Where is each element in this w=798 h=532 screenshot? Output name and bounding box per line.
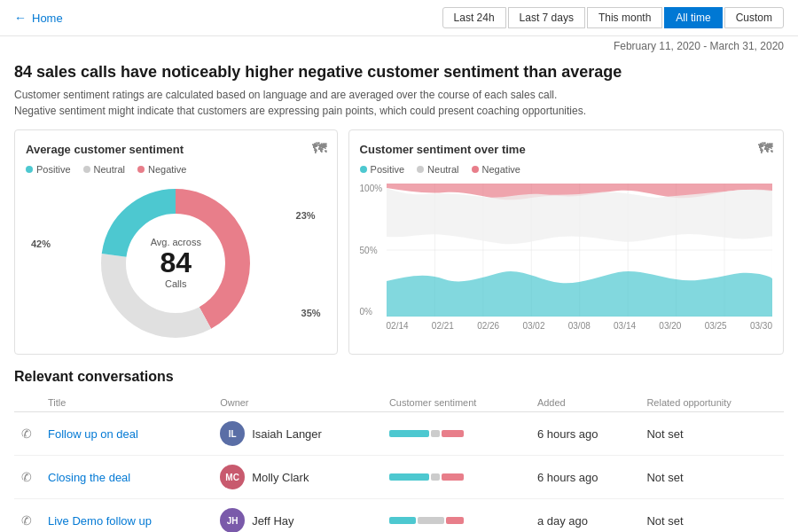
x-0214: 02/14 <box>387 321 409 331</box>
back-label: Home <box>32 12 63 25</box>
negative-pct: 42% <box>31 239 51 249</box>
call-icon-cell: ✆ <box>14 499 41 533</box>
area-legend-negative: Negative <box>472 164 520 175</box>
positive-pct: 23% <box>296 210 316 221</box>
area-neutral-dot <box>417 166 424 173</box>
conv-sentiment <box>382 499 530 533</box>
conv-title[interactable]: Follow up on deal <box>41 412 213 456</box>
owner-name: Isaiah Langer <box>252 427 322 441</box>
owner-avatar: JH <box>220 508 245 532</box>
conv-opportunity: Not set <box>639 499 784 533</box>
conv-added: 6 hours ago <box>530 412 640 456</box>
col-owner: Owner <box>213 394 382 412</box>
sentiment-segment <box>442 430 464 437</box>
conv-title[interactable]: Live Demo follow up <box>41 499 213 533</box>
x-0221: 02/21 <box>432 321 454 331</box>
call-icon-cell: ✆ <box>14 412 41 456</box>
call-icon-cell: ✆ <box>14 456 41 499</box>
time-filters: Last 24h Last 7 days This month All time… <box>442 7 784 28</box>
neutral-label: Neutral <box>94 164 125 175</box>
back-nav[interactable]: ← Home <box>14 11 63 25</box>
table-header: Title Owner Customer sentiment Added Rel… <box>14 394 784 412</box>
area-legend-positive: Positive <box>360 164 405 175</box>
conv-added: a day ago <box>530 499 640 533</box>
area-svg <box>387 184 772 317</box>
sentiment-segment <box>431 473 440 481</box>
sentiment-segment <box>389 430 429 437</box>
conv-added: 6 hours ago <box>530 456 640 499</box>
owner-avatar: MC <box>220 465 245 489</box>
phone-icon: ✆ <box>21 470 32 484</box>
donut-legend: Positive Neutral Negative <box>26 164 326 175</box>
sentiment-bar <box>389 513 523 528</box>
date-range: February 11, 2020 - March 31, 2020 <box>0 36 798 56</box>
donut-center-text: Avg. across 84 Calls <box>151 237 201 289</box>
sentiment-bar <box>389 470 523 484</box>
owner-name: Molly Clark <box>252 471 309 484</box>
area-neutral-label: Neutral <box>427 164 458 175</box>
positive-dot <box>26 166 33 173</box>
conv-opportunity: Not set <box>639 456 784 499</box>
conv-owner: JHJeff Hay <box>213 499 382 533</box>
x-0325: 03/25 <box>705 321 727 331</box>
page-title: 84 sales calls have noticeably higher ne… <box>14 63 784 82</box>
conv-sentiment <box>382 456 530 499</box>
x-0320: 03/20 <box>659 321 681 331</box>
table-row[interactable]: ✆Follow up on dealILIsaiah Langer6 hours… <box>14 412 784 456</box>
x-0302: 03/02 <box>522 321 544 331</box>
back-arrow-icon: ← <box>14 11 27 25</box>
area-chart-title: Customer sentiment over time 🗺 <box>360 141 772 157</box>
donut-export-icon[interactable]: 🗺 <box>312 141 326 157</box>
phone-icon: ✆ <box>21 426 32 441</box>
conv-title[interactable]: Closing the deal <box>41 456 213 499</box>
area-export-icon[interactable]: 🗺 <box>758 141 772 157</box>
area-negative-label: Negative <box>482 164 520 175</box>
area-legend: Positive Neutral Negative <box>360 164 772 175</box>
y-axis: 100% 50% 0% <box>360 184 383 317</box>
x-axis: 02/14 02/21 02/26 03/02 03/08 03/14 03/2… <box>360 319 772 331</box>
charts-row: Average customer sentiment 🗺 Positive Ne… <box>14 129 784 355</box>
conversations-body: ✆Follow up on dealILIsaiah Langer6 hours… <box>14 412 784 533</box>
x-0226: 02/26 <box>477 321 499 331</box>
header: ← Home Last 24h Last 7 days This month A… <box>0 0 798 36</box>
conv-owner: MCMolly Clark <box>213 456 382 499</box>
area-positive-dot <box>360 166 367 173</box>
phone-icon: ✆ <box>21 513 32 528</box>
y-0: 0% <box>360 307 383 317</box>
x-0308: 03/08 <box>568 321 591 331</box>
donut-legend-positive: Positive <box>26 164 71 175</box>
conv-owner: ILIsaiah Langer <box>213 412 382 456</box>
main-content: 84 sales calls have noticeably higher ne… <box>0 56 798 532</box>
time-btn-alltime[interactable]: All time <box>664 7 722 28</box>
conv-sentiment <box>382 412 530 456</box>
conversations-table: Title Owner Customer sentiment Added Rel… <box>14 394 784 532</box>
x-0314: 03/14 <box>614 321 636 331</box>
sentiment-segment <box>389 473 429 481</box>
sentiment-segment <box>442 473 464 481</box>
x-0330: 03/30 <box>750 321 772 331</box>
negative-label: Negative <box>148 164 186 175</box>
y-50: 50% <box>360 246 383 255</box>
time-btn-24h[interactable]: Last 24h <box>442 7 506 28</box>
table-row[interactable]: ✆Live Demo follow upJHJeff Haya day agoN… <box>14 499 784 533</box>
table-row[interactable]: ✆Closing the dealMCMolly Clark6 hours ag… <box>14 456 784 499</box>
col-title: Title <box>41 394 213 412</box>
col-icon <box>14 394 41 412</box>
donut-container: Avg. across 84 Calls 23% 35% 42% <box>26 184 326 343</box>
neutral-area <box>387 188 772 244</box>
sentiment-segment <box>431 430 440 437</box>
area-negative-dot <box>472 166 479 173</box>
col-opportunity: Related opportunity <box>639 394 784 412</box>
sentiment-segment <box>389 517 416 524</box>
conv-opportunity: Not set <box>639 412 784 456</box>
negative-dot <box>137 166 145 173</box>
time-btn-month[interactable]: This month <box>587 7 662 28</box>
time-btn-custom[interactable]: Custom <box>724 7 784 28</box>
page-subtitle: Customer sentiment ratings are calculate… <box>14 87 784 119</box>
sentiment-bar <box>389 426 523 441</box>
time-btn-7d[interactable]: Last 7 days <box>508 7 585 28</box>
area-chart-container: 100% 50% 0% <box>360 184 772 334</box>
owner-avatar: IL <box>220 421 245 446</box>
sentiment-segment <box>418 517 444 524</box>
positive-label: Positive <box>36 164 71 175</box>
